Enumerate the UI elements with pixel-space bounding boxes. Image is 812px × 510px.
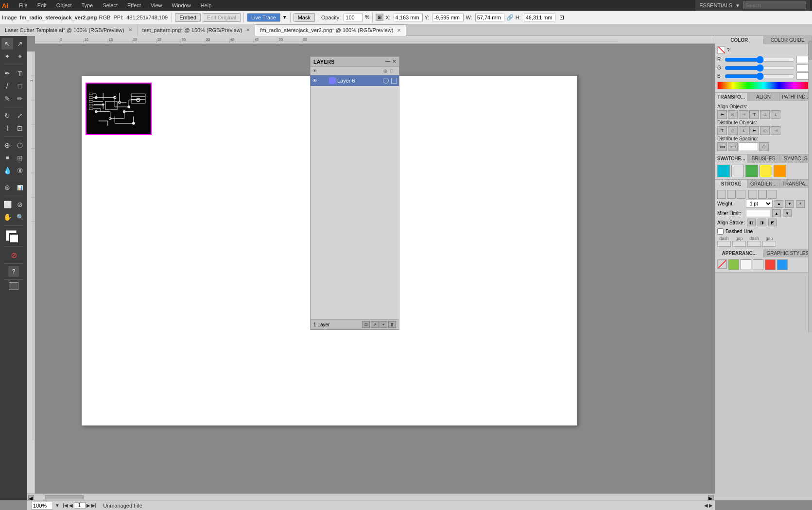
graph-tool[interactable]: 📊 (14, 182, 26, 193)
perspective-tool[interactable]: ⬡ (14, 139, 26, 151)
y-input[interactable] (432, 14, 464, 21)
hand-tool[interactable]: ✋ (1, 211, 13, 223)
page-input[interactable] (74, 502, 86, 509)
layer-select-icon[interactable] (391, 78, 397, 84)
menu-edit[interactable]: Edit (35, 1, 49, 9)
scroll-right-btn[interactable]: ▶ (708, 495, 714, 500)
swatch-yellow[interactable] (760, 165, 772, 177)
layer-row[interactable]: 👁 Layer 6 (311, 75, 399, 86)
stroke-join-miter[interactable] (748, 190, 757, 199)
gradient-tool[interactable]: ■ (1, 152, 13, 164)
warp-tool[interactable]: ⌇ (1, 122, 13, 134)
align-stroke-center[interactable]: ◨ (758, 219, 766, 226)
status-left-arrow[interactable]: ◀ (704, 503, 708, 508)
dist-center-v-btn[interactable]: ⊟ (728, 126, 738, 135)
stroke-caps-butt[interactable] (717, 190, 726, 199)
dash1-input[interactable] (717, 241, 731, 247)
distribute-spacing-input[interactable] (739, 142, 758, 151)
symbol-tool[interactable]: ⊛ (1, 182, 13, 193)
pen-tool[interactable]: ✒ (1, 68, 13, 79)
g-slider[interactable] (725, 66, 795, 70)
align-left-btn[interactable]: ⊢ (717, 110, 727, 119)
stroke-join-bevel[interactable] (768, 190, 777, 199)
magic-wand-tool[interactable]: ✦ (1, 51, 13, 62)
align-tab[interactable]: ALIGN (747, 93, 779, 101)
transform-tab[interactable]: TRANSFO... (715, 93, 747, 101)
dist-left-btn[interactable]: ⊢ (749, 126, 759, 135)
dashed-line-checkbox[interactable] (717, 228, 724, 235)
menu-file[interactable]: File (17, 1, 30, 9)
align-center-h-btn[interactable]: ⊟ (728, 110, 738, 119)
appearance-swatch-red[interactable] (765, 259, 776, 270)
dist-top-btn[interactable]: ⊤ (717, 126, 727, 135)
layer-target-icon[interactable] (383, 78, 389, 84)
swatch-green[interactable] (745, 165, 758, 177)
right-panel-scroll-thumb[interactable] (809, 41, 812, 60)
layer-visibility-icon[interactable]: 👁 (312, 78, 319, 84)
stroke-caps-round[interactable] (727, 190, 736, 199)
help-tool[interactable]: ? (8, 266, 19, 277)
gradient-tab[interactable]: GRADIEN... (747, 180, 779, 188)
rectangle-tool[interactable]: □ (14, 80, 26, 92)
opacity-input[interactable] (344, 14, 363, 21)
appearance-swatch-green[interactable] (728, 259, 739, 270)
weight-down-btn[interactable]: ▼ (785, 200, 794, 208)
mask-button[interactable]: Mask (294, 13, 315, 22)
artboard-tool[interactable]: ⬜ (1, 199, 13, 210)
align-stroke-inside[interactable]: ◧ (747, 219, 756, 226)
zoom-input[interactable] (31, 502, 53, 510)
tab-laser-cutter[interactable]: Laser Cutter Template.ai* @ 100% (RGB/Pr… (0, 24, 138, 36)
pencil-tool[interactable]: ✏ (14, 93, 26, 104)
graphic-styles-tab[interactable]: GRAPHIC STYLES (764, 249, 812, 257)
make-clip-mask-button[interactable]: ⊡ (362, 321, 370, 328)
scroll-track[interactable] (35, 495, 707, 499)
scale-tool[interactable]: ⤢ (14, 110, 26, 121)
swatches-tab[interactable]: SWATCHE... (715, 154, 747, 163)
appearance-none-swatch[interactable] (717, 259, 727, 269)
color-spectrum[interactable] (717, 82, 810, 89)
stroke-tab[interactable]: STROKE (715, 180, 747, 188)
appearance-swatch-blue[interactable] (777, 259, 788, 270)
color-tab[interactable]: COLOR (715, 36, 764, 44)
dist-right-btn[interactable]: ⊣ (771, 126, 780, 135)
gap1-input[interactable] (732, 241, 746, 247)
horizontal-scrollbar[interactable]: ◀ ▶ (27, 493, 715, 500)
page-next-btn[interactable]: ▶ (86, 503, 90, 508)
swatch-white[interactable] (731, 165, 744, 177)
zoom-dropdown-icon[interactable]: ▼ (55, 503, 60, 508)
weight-up-btn[interactable]: ▲ (775, 200, 783, 208)
live-trace-button[interactable]: Live Trace (247, 13, 280, 22)
lasso-tool[interactable]: ⌖ (14, 51, 26, 62)
search-input[interactable] (743, 1, 806, 9)
resize-icon[interactable]: ⊡ (559, 14, 564, 21)
align-top-btn[interactable]: ⊤ (749, 110, 759, 119)
delete-layer-button[interactable]: 🗑 (388, 321, 396, 328)
eyedropper-tool[interactable]: 💧 (1, 165, 13, 176)
x-input[interactable] (394, 14, 423, 21)
align-right-btn[interactable]: ⊣ (739, 110, 748, 119)
transparency-tab[interactable]: TRANSPA... (780, 180, 812, 188)
mesh-tool[interactable]: ⊞ (14, 152, 26, 164)
align-bottom-btn[interactable]: ⊥ (771, 110, 780, 119)
dist-space-v-btn[interactable]: ⟺ (717, 142, 727, 151)
swatch-cyan[interactable] (717, 165, 730, 177)
stroke-caps-square[interactable] (737, 190, 745, 199)
line-tool[interactable]: / (1, 80, 13, 92)
menu-type[interactable]: Type (80, 1, 95, 9)
miter-up-btn[interactable]: ▲ (772, 209, 781, 217)
appearance-tab[interactable]: APPEARANC... (715, 249, 764, 257)
shape-builder-tool[interactable]: ⊕ (1, 139, 13, 151)
menu-window[interactable]: Window (170, 1, 193, 9)
tab-test-pattern[interactable]: test_pattern.png* @ 150% (RGB/Preview) ✕ (138, 24, 256, 36)
brushes-tab[interactable]: BRUSHES (747, 154, 779, 163)
menu-effect[interactable]: Effect (125, 1, 143, 9)
stroke-join-round[interactable] (758, 190, 767, 199)
align-stroke-outside[interactable]: ◩ (768, 219, 777, 226)
link-dimensions-icon[interactable]: 🔗 (506, 14, 514, 21)
none-icon[interactable]: ⊘ (8, 249, 19, 261)
menu-object[interactable]: Object (54, 1, 74, 9)
tab-close-icon[interactable]: ✕ (246, 27, 250, 33)
blend-tool[interactable]: ⑧ (14, 165, 26, 176)
zoom-tool[interactable]: 🔍 (14, 211, 26, 223)
gap2-input[interactable] (762, 241, 776, 247)
